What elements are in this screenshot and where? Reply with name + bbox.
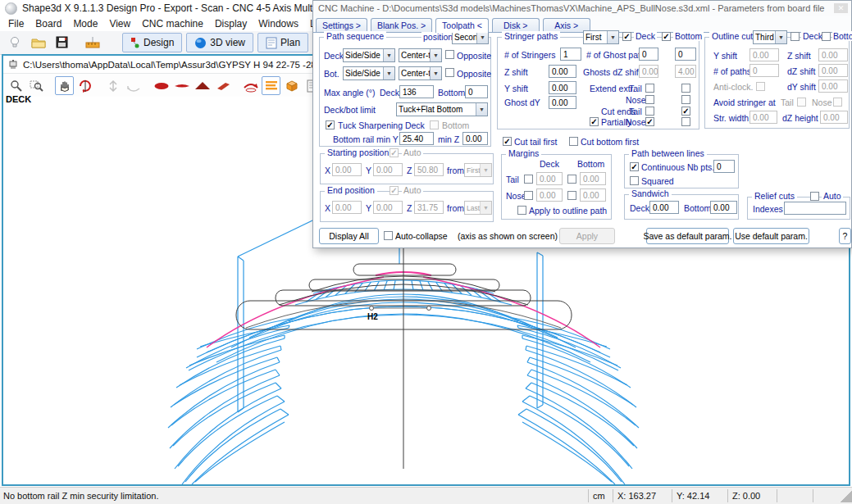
ghosts-dz-shift-label: Ghosts dZ shift <box>583 67 641 77</box>
auto-collapse-checkbox[interactable] <box>384 231 393 240</box>
stringer-deck-checkbox[interactable]: ✓ <box>622 32 631 41</box>
nb-pts-field[interactable]: 0 <box>713 160 735 173</box>
bottom-rail-min-y-field[interactable]: 25.40 <box>399 132 434 145</box>
save-icon[interactable] <box>52 34 72 52</box>
apply-outline-path-checkbox[interactable] <box>517 206 526 215</box>
outline-view-icon[interactable] <box>152 76 171 95</box>
tab-toolpath[interactable]: Toolpath < <box>435 18 489 33</box>
menu-windows[interactable]: Windows <box>253 17 304 30</box>
n-stringers-field[interactable]: 1 <box>560 48 581 61</box>
dropdown-arrow-icon: ▼ <box>430 67 441 79</box>
box-3d-icon[interactable] <box>282 76 301 95</box>
menu-file[interactable]: File <box>2 17 30 30</box>
margins-tail-bottom-checkbox[interactable] <box>567 175 576 184</box>
menu-display[interactable]: Display <box>209 17 253 30</box>
close-icon[interactable]: ✕ <box>834 3 848 13</box>
max-angle-deck-field[interactable]: 136 <box>399 85 434 98</box>
indexes-field[interactable] <box>784 202 846 215</box>
relief-auto-checkbox[interactable] <box>810 192 819 201</box>
cut-ends-nose-deck-checkbox[interactable]: ✓ <box>645 117 654 126</box>
3d-view-button-label: 3D view <box>210 37 245 48</box>
tab-disk[interactable]: Disk > <box>492 18 540 32</box>
bot-direction-select[interactable]: Center-to-▼ <box>399 66 442 80</box>
stringer-bottom-checkbox[interactable]: ✓ <box>662 32 671 41</box>
cut-bottom-first-checkbox[interactable] <box>569 137 578 146</box>
ghost-paths-deck-field[interactable]: 0 <box>639 48 658 61</box>
ghost-dy-field[interactable]: 0.00 <box>549 96 576 109</box>
stringer-order-select[interactable]: First▼ <box>583 30 619 44</box>
help-button[interactable]: ? <box>839 228 851 244</box>
menu-mode[interactable]: Mode <box>67 17 103 30</box>
bot-sequence-select[interactable]: Side/Side▼ <box>343 66 395 80</box>
save-default-button[interactable]: Save as default param. <box>646 228 729 244</box>
extend-tail-deck-checkbox[interactable] <box>645 84 654 93</box>
extend-tail-label: Tail <box>629 84 642 93</box>
pan-hand-icon[interactable] <box>55 76 74 95</box>
partially-checkbox[interactable]: ✓ <box>590 117 599 126</box>
tab-blank-pos[interactable]: Blank Pos. > <box>371 18 432 32</box>
margins-tail-deck-checkbox[interactable] <box>524 175 533 184</box>
outline-bottom-checkbox[interactable] <box>822 32 831 41</box>
menu-board[interactable]: Board <box>30 17 67 30</box>
section-view-icon[interactable] <box>193 76 212 95</box>
deck-direction-select[interactable]: Center-to-▼ <box>399 48 442 62</box>
deck-opposite-checkbox[interactable] <box>445 50 454 59</box>
extend-nose-deck-checkbox[interactable] <box>645 95 654 104</box>
open-folder-icon[interactable] <box>29 34 48 52</box>
sandwich-deck-field[interactable]: 0.00 <box>649 201 679 214</box>
lightbulb-icon[interactable] <box>5 34 25 52</box>
deck-sequence-select[interactable]: Side/Side▼ <box>343 48 395 62</box>
outline-deck-checkbox[interactable] <box>790 32 800 41</box>
slab-view-icon[interactable] <box>213 76 232 95</box>
zoom-in-icon[interactable] <box>7 76 25 95</box>
profile-view-icon[interactable] <box>172 76 191 95</box>
display-all-button[interactable]: Display All <box>319 228 379 244</box>
margins-nose-deck-checkbox[interactable] <box>524 191 533 200</box>
cut-ends-tail-bottom-checkbox[interactable]: ✓ <box>681 107 690 116</box>
anti-clock-label: Anti-clock. <box>713 82 753 92</box>
cut-tail-first-checkbox[interactable]: ✓ <box>503 137 512 146</box>
squared-checkbox[interactable] <box>630 176 639 185</box>
extend-tail-bottom-checkbox[interactable] <box>681 84 690 93</box>
tab-settings[interactable]: Settings > <box>316 18 367 32</box>
margins-nose-bottom-checkbox[interactable] <box>567 191 576 200</box>
use-default-button[interactable]: Use default param. <box>733 228 809 244</box>
bot-opposite-checkbox[interactable] <box>445 68 454 77</box>
resize-grip-icon[interactable] <box>841 489 852 502</box>
3d-view-button[interactable]: 3D view <box>186 33 253 52</box>
toolpath-lines-icon[interactable] <box>262 76 280 95</box>
measure-icon[interactable] <box>83 34 103 52</box>
design-button[interactable]: Design <box>122 33 182 52</box>
ghost-paths-bottom-field[interactable]: 0 <box>675 48 696 61</box>
outline-order-select[interactable]: Third▼ <box>753 30 787 44</box>
cut-ends-tail-deck-checkbox[interactable] <box>645 107 654 116</box>
deck-bot-limit-label: Deck/bot limit <box>324 105 376 115</box>
avoid-tail-label: Tail <box>781 98 794 107</box>
menu-cnc-machine[interactable]: CNC machine <box>136 17 209 30</box>
path-sequence-label: Path sequence <box>324 31 386 41</box>
y-shift-field[interactable]: 0.00 <box>549 81 576 94</box>
continuous-checkbox[interactable]: ✓ <box>630 162 639 171</box>
rotate-view-icon[interactable] <box>75 76 94 95</box>
tuck-sharpening-checkbox[interactable]: ✓ <box>326 120 335 129</box>
avoid-nose-checkbox <box>833 98 842 107</box>
rotate-board-icon[interactable] <box>241 76 260 95</box>
cut-ends-nose-bottom-checkbox[interactable] <box>681 117 690 126</box>
outline-deck-label: Deck <box>801 31 824 41</box>
plan-button[interactable]: Plan <box>257 33 308 52</box>
deck-row-label: Deck <box>324 51 344 61</box>
z-shift-field[interactable]: 0.00 <box>549 65 576 78</box>
sandwich-bottom-field[interactable]: 0.00 <box>710 201 737 214</box>
min-z-field[interactable]: 0.00 <box>462 132 488 145</box>
deck-bot-limit-select[interactable]: Tuck+Flat Bottom▼ <box>396 102 488 116</box>
axis-note: (axis as shown on screen) <box>458 231 558 241</box>
zoom-region-icon[interactable] <box>27 76 46 95</box>
max-angle-bottom-field[interactable]: 0 <box>465 85 488 98</box>
margins-label: Margins <box>506 148 541 158</box>
tuck-bottom-checkbox <box>430 120 439 129</box>
stringer-paths-label: Stringer paths <box>502 31 560 41</box>
status-y: Y: 42.14 <box>672 489 727 502</box>
menu-view[interactable]: View <box>103 17 136 30</box>
bot-opposite-label: Opposite <box>457 69 491 79</box>
extend-nose-bottom-checkbox[interactable] <box>681 95 690 104</box>
